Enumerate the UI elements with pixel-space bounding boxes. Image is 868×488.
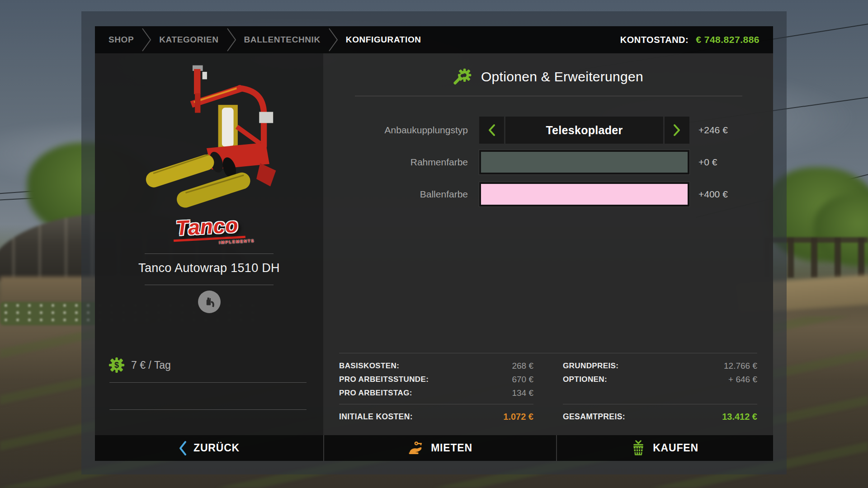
rent-hand-key-icon xyxy=(408,440,424,456)
buy-basket-icon xyxy=(631,440,646,457)
balance-value: € 748.827.886 xyxy=(696,34,760,45)
option-price: +246 € xyxy=(698,125,728,136)
option-price: +400 € xyxy=(698,189,728,200)
cost-value: + 646 € xyxy=(728,375,757,385)
config-title: Optionen & Erweiterungen xyxy=(481,69,643,84)
breadcrumb-kategorien[interactable]: KATEGORIEN xyxy=(159,35,218,45)
cost-row: BASISKOSTEN: 268 € xyxy=(339,359,533,373)
account-balance: KONTOSTAND: € 748.827.886 xyxy=(620,34,760,45)
cost-row: GRUNDPREIS: 12.766 € xyxy=(563,359,757,373)
config-header: Optionen & Erweiterungen xyxy=(323,67,773,87)
cost-total-value: 1.072 € xyxy=(503,412,533,422)
cost-total-label: INITIALE KOSTEN: xyxy=(339,412,413,422)
option-selector: Teleskoplader xyxy=(479,117,689,144)
initial-costs-total: INITIALE KOSTEN: 1.072 € xyxy=(339,409,533,424)
buy-button[interactable]: KAUFEN xyxy=(556,435,772,461)
chevron-right-icon xyxy=(673,124,681,136)
screen: SHOP KATEGORIEN BALLENTECHNIK KONFIGURAT… xyxy=(0,0,868,488)
cost-label: GRUNDPREIS: xyxy=(563,361,618,371)
cost-total-value: 13.412 € xyxy=(722,412,757,422)
purchase-costs-column: GRUNDPREIS: 12.766 € OPTIONEN: + 646 € xyxy=(563,359,757,424)
divider xyxy=(339,404,533,404)
chevron-left-icon xyxy=(488,124,495,136)
cost-value: 12.766 € xyxy=(724,361,757,371)
chevron-separator-icon xyxy=(328,27,339,52)
frame-color-swatch[interactable] xyxy=(479,150,689,174)
config-row-label: Ballenfarbe xyxy=(323,189,468,200)
product-panel: Tanco IMPLEMENTS Tanco Autowrap 1510 DH xyxy=(95,53,323,435)
product-title: Tanco Autowrap 1510 DH xyxy=(95,261,323,275)
cost-summary: BASISKOSTEN: 268 € PRO ARBEITSSTUNDE: 67… xyxy=(339,353,757,424)
cost-value: 670 € xyxy=(512,375,533,385)
cost-label: PRO ARBEITSTAG: xyxy=(339,389,412,398)
svg-text:$: $ xyxy=(114,361,119,370)
back-button-label: ZURÜCK xyxy=(193,442,240,454)
divider xyxy=(563,404,757,404)
brand-logo: Tanco IMPLEMENTS xyxy=(94,210,324,251)
breadcrumb-ballentechnik[interactable]: BALLENTECHNIK xyxy=(244,35,321,45)
breadcrumb-shop[interactable]: SHOP xyxy=(108,35,134,45)
cost-row: OPTIONEN: + 646 € xyxy=(563,373,757,386)
breadcrumb: SHOP KATEGORIEN BALLENTECHNIK KONFIGURAT… xyxy=(95,26,773,53)
divider xyxy=(145,285,274,285)
rent-button-label: MIETEN xyxy=(431,442,472,454)
paint-option-badge xyxy=(198,291,221,313)
chevron-separator-icon xyxy=(141,27,152,52)
config-rows: Anbaukupplungstyp Teleskoplader xyxy=(323,117,773,213)
prev-option-button[interactable] xyxy=(479,117,504,144)
cost-total-label: GESAMTPREIS: xyxy=(563,412,625,422)
paint-sprayer-icon xyxy=(203,295,216,309)
config-panel: Optionen & Erweiterungen Anbaukupplungst… xyxy=(323,53,773,435)
product-image xyxy=(118,57,299,211)
selected-option-value: Teleskoplader xyxy=(505,117,663,144)
cost-label: BASISKOSTEN: xyxy=(339,361,399,371)
cost-row: PRO ARBEITSTAG: 134 € xyxy=(339,386,533,400)
rent-button[interactable]: MIETEN xyxy=(323,435,556,461)
back-button[interactable]: ZURÜCK xyxy=(95,435,323,461)
cost-row: PRO ARBEITSSTUNDE: 670 € xyxy=(339,373,533,386)
config-row-label: Anbaukupplungstyp xyxy=(323,125,468,136)
buy-button-label: KAUFEN xyxy=(653,442,698,454)
lease-price-row: $ 7 € / Tag xyxy=(108,357,171,373)
config-row-ballenfarbe: Ballenfarbe +400 € xyxy=(323,181,773,208)
lease-costs-column: BASISKOSTEN: 268 € PRO ARBEITSSTUNDE: 67… xyxy=(339,359,533,424)
breadcrumb-konfiguration: KONFIGURATION xyxy=(346,35,421,45)
balance-label: KONTOSTAND: xyxy=(620,35,689,45)
config-row-anbaukupplungstyp: Anbaukupplungstyp Teleskoplader xyxy=(323,117,773,144)
divider xyxy=(109,409,307,410)
config-row-rahmenfarbe: Rahmenfarbe +0 € xyxy=(323,149,773,176)
lease-price: 7 € / Tag xyxy=(131,359,171,371)
divider xyxy=(109,382,307,383)
total-price: GESAMTPREIS: 13.412 € xyxy=(563,409,757,424)
next-option-button[interactable] xyxy=(665,117,689,144)
cost-value: 134 € xyxy=(512,388,533,398)
divider xyxy=(145,253,274,254)
cost-value: 268 € xyxy=(512,361,533,371)
dollar-gear-icon: $ xyxy=(108,357,125,373)
option-price: +0 € xyxy=(698,157,717,168)
config-row-label: Rahmenfarbe xyxy=(323,157,468,168)
shop-dialog: SHOP KATEGORIEN BALLENTECHNIK KONFIGURAT… xyxy=(81,11,787,474)
action-bar: ZURÜCK MIETEN xyxy=(95,435,773,461)
options-gear-wrench-icon xyxy=(453,67,473,87)
cost-label: OPTIONEN: xyxy=(563,375,607,384)
cost-label: PRO ARBEITSSTUNDE: xyxy=(339,375,429,384)
divider xyxy=(355,96,742,96)
chevron-separator-icon xyxy=(226,27,237,52)
bale-color-swatch[interactable] xyxy=(479,182,689,206)
chevron-left-icon xyxy=(179,441,187,456)
brand-logo-text: Tanco xyxy=(173,214,245,242)
